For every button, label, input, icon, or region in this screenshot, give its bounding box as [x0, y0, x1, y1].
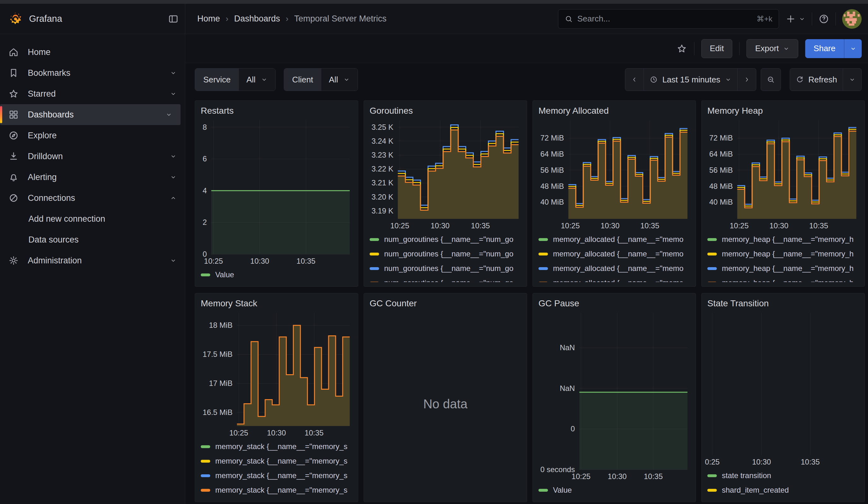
legend-item[interactable]: memory_allocated {__name__="memo [538, 276, 690, 282]
panel-title[interactable]: Memory Heap [707, 105, 859, 118]
panel-goroutines: Goroutines3.25 K3.24 K3.23 K3.22 K3.21 K… [364, 101, 527, 287]
chart-state-transition[interactable]: 0:2510:3010:35 [707, 310, 859, 467]
legend-item[interactable]: Value [201, 267, 352, 282]
y-axis-tick: 40 MiB [707, 198, 733, 207]
chart-memory-stack[interactable]: 18 MiB17.5 MiB17 MiB16.5 MiB10:2510:3010… [201, 310, 352, 438]
legend-item[interactable]: num_goroutines {__name__="num_go [370, 261, 521, 276]
legend-item[interactable]: memory_allocated {__name__="memo [538, 261, 690, 276]
chart-gc-pause[interactable]: NaNNaN00 seconds10:2510:3010:35 [538, 310, 690, 482]
legend-item[interactable]: memory_heap {__name__="memory_h [707, 261, 859, 276]
sidebar-item-explore[interactable]: Explore [0, 125, 185, 146]
filter-service: ServiceAll [195, 68, 276, 91]
star-icon [676, 43, 687, 54]
top-nav-right: Search... ⌘+k [558, 4, 868, 34]
search-input[interactable]: Search... ⌘+k [558, 9, 779, 29]
share-menu-button[interactable] [844, 39, 862, 58]
x-axis-tick: 10:25 [717, 222, 761, 230]
filter-groups: ServiceAllClientAll [195, 68, 366, 91]
panel-title[interactable]: Memory Allocated [538, 105, 690, 118]
no-data-message: No data [370, 310, 521, 497]
time-back-button[interactable] [625, 68, 644, 91]
legend-swatch [201, 474, 210, 477]
chart-restarts[interactable]: 8642010:2510:3010:35 [201, 118, 352, 266]
legend-item[interactable]: num_goroutines {__name__="num_go [370, 276, 521, 282]
chart-memory-allocated[interactable]: 72 MiB64 MiB56 MiB48 MiB40 MiB10:2510:30… [538, 118, 690, 231]
search-placeholder: Search... [577, 14, 752, 24]
chart-canvas[interactable] [201, 118, 352, 266]
sidebar-item-alerting[interactable]: Alerting [0, 167, 185, 187]
sidebar-item-drilldown[interactable]: Drilldown [0, 146, 185, 167]
panel-title[interactable]: Goroutines [370, 105, 521, 118]
legend-item[interactable]: memory_stack {__name__="memory_s [201, 454, 352, 468]
avatar[interactable] [842, 9, 862, 29]
legend-item[interactable]: memory_heap {__name__="memory_h [707, 232, 859, 247]
panel-title[interactable]: State Transition [707, 298, 859, 310]
add-button[interactable] [785, 13, 806, 24]
grafana-logo[interactable] [8, 12, 23, 26]
legend-item[interactable]: Value [538, 483, 690, 497]
export-button[interactable]: Export [746, 39, 798, 58]
help-button[interactable] [818, 13, 829, 24]
time-forward-button[interactable] [738, 68, 756, 91]
legend-item[interactable]: memory_heap {__name__="memory_h [707, 247, 859, 261]
breadcrumb-home[interactable]: Home [197, 14, 220, 24]
legend-item[interactable]: num_goroutines {__name__="num_go [370, 247, 521, 261]
legend-item[interactable]: memory_allocated {__name__="memo [538, 232, 690, 247]
legend-item[interactable]: memory_heap {__name__="memory_h [707, 276, 859, 282]
legend-label: memory_stack {__name__="memory_s [215, 486, 348, 495]
refresh-group: Refresh [790, 68, 862, 91]
legend-label: num_goroutines {__name__="num_go [384, 264, 514, 273]
sidebar-item-dashboards[interactable]: Dashboards [0, 104, 180, 125]
chevron-down-icon [783, 45, 790, 52]
y-axis-tick: 3.20 K [370, 193, 393, 202]
legend-label: memory_allocated {__name__="memo [553, 264, 683, 273]
sidebar-item-home[interactable]: Home [0, 42, 185, 63]
y-axis-tick: 48 MiB [707, 182, 733, 191]
chevdown-icon [170, 174, 177, 181]
legend: Value [201, 266, 352, 282]
y-axis-tick: 72 MiB [538, 134, 564, 142]
sidebar-item-label: Drilldown [28, 152, 63, 161]
panel-title[interactable]: GC Counter [370, 298, 521, 310]
sidebar-item-starred[interactable]: Starred [0, 83, 185, 104]
x-axis-tick: 10:35 [292, 429, 336, 438]
legend: memory_stack {__name__="memory_smemory_s… [201, 438, 352, 497]
filter-value-dropdown[interactable]: All [239, 69, 275, 91]
sidebar-item-administration[interactable]: Administration [0, 250, 185, 271]
legend-item[interactable]: state transition [707, 468, 859, 483]
breadcrumb-dashboards[interactable]: Dashboards [234, 14, 280, 24]
share-button[interactable]: Share [805, 39, 844, 58]
legend-item[interactable]: num_goroutines {__name__="num_go [370, 232, 521, 247]
legend-swatch [707, 489, 717, 492]
sidebar-item-add-new-connection[interactable]: Add new connection [0, 208, 185, 229]
legend-item[interactable]: memory_stack {__name__="memory_s [201, 483, 352, 497]
sidebar-item-connections[interactable]: Connections [0, 187, 185, 208]
sidebar-item-bookmarks[interactable]: Bookmarks [0, 63, 185, 83]
chart-memory-heap[interactable]: 72 MiB64 MiB56 MiB48 MiB40 MiB10:2510:30… [707, 118, 859, 231]
chart-canvas[interactable] [538, 310, 690, 482]
refresh-button[interactable]: Refresh [790, 68, 843, 91]
legend-item[interactable]: memory_allocated {__name__="memo [538, 247, 690, 261]
sidebar-toggle-icon[interactable] [168, 13, 179, 24]
divider [694, 42, 694, 55]
sidebar-item-label: Add new connection [28, 214, 105, 224]
favorite-star-button[interactable] [676, 43, 687, 54]
legend-item[interactable]: memory_stack {__name__="memory_s [201, 468, 352, 483]
share-split-button: Share [805, 39, 862, 58]
panel-title[interactable]: Restarts [201, 105, 352, 118]
edit-button[interactable]: Edit [701, 39, 733, 58]
refresh-interval-button[interactable] [843, 68, 862, 91]
legend-item[interactable]: shard_item_created [707, 483, 859, 497]
chart-goroutines[interactable]: 3.25 K3.24 K3.23 K3.22 K3.21 K3.20 K3.19… [370, 118, 521, 231]
legend-swatch [370, 282, 379, 282]
time-range-picker[interactable]: Last 15 minutes [644, 68, 738, 91]
panel-title[interactable]: GC Pause [538, 298, 690, 310]
legend-item[interactable]: memory_stack {__name__="memory_s [201, 439, 352, 454]
panel-title[interactable]: Memory Stack [201, 298, 352, 310]
chart-canvas[interactable] [707, 310, 859, 467]
zoom-out-button[interactable] [761, 68, 781, 91]
filter-value-dropdown[interactable]: All [321, 69, 358, 91]
legend-swatch [370, 238, 379, 241]
sidebar-item-data-sources[interactable]: Data sources [0, 229, 185, 250]
y-axis-tick: 18 MiB [201, 321, 232, 330]
